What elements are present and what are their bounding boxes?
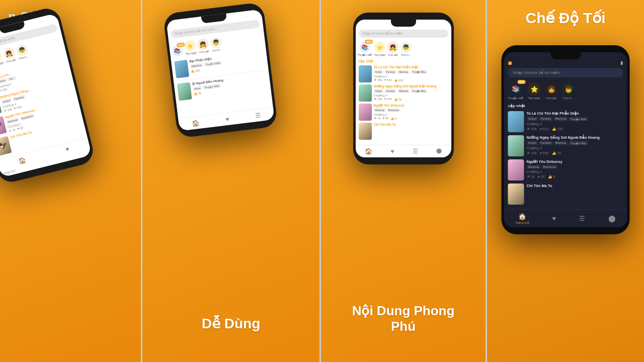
stats: 👁 1k ♥ 50 👍 8	[374, 117, 448, 120]
tag: Fantasy	[384, 89, 396, 93]
home-icon[interactable]: 🏠	[18, 156, 27, 164]
dark-hearts: ♥ 555	[540, 151, 549, 155]
tab-new[interactable]: 📚 NEW	[171, 45, 184, 57]
menu-icon[interactable]: ☰	[413, 148, 418, 155]
tab-girl[interactable]: 👧 Con gái	[3, 47, 17, 63]
dark-tag: Manhua	[554, 117, 568, 121]
dark-hearts: ♥ 50	[538, 175, 545, 179]
tabs-row: 📚 NEW Truyện mới ⭐ Top ngày 👧 Con gái	[356, 40, 451, 58]
phone-mockup-2: Nhập từ khóa để tìm kiếm 📚 NEW ⭐ Top ngà…	[163, 2, 278, 139]
dark-manga-title-4: Chí Tôn Ma Tu	[527, 184, 623, 188]
dark-tabs-row: 📚 NEW Truyện mới ⭐ Top ngày 👧 Con gái	[504, 79, 627, 102]
manga-title: Chí Tôn Ma Tu	[374, 123, 448, 126]
dark-home-nav[interactable]: 🏠 Trang chủ	[515, 213, 529, 224]
phone-notch-dark	[550, 52, 581, 59]
phone-mockup-4: 📶 🔋 Nhập từ khóa để tìm kiếm 📚 NEW Truyệ…	[502, 45, 630, 234]
dark-views: 👁 16k	[527, 151, 537, 155]
favorites-icon[interactable]: ♥	[225, 116, 230, 123]
tab-label: Con tr...	[19, 55, 29, 60]
dark-tab-label: Con tr...	[563, 97, 574, 100]
tag: Manhua	[397, 89, 410, 93]
profile-icon[interactable]: ⬤	[436, 148, 442, 155]
dark-manga-thumb	[508, 111, 524, 132]
manga-thumb	[174, 60, 189, 78]
home-icon[interactable]: 🏠	[365, 148, 372, 155]
dark-tag: Truyện Màu	[569, 141, 588, 145]
dark-tags-row: Action Fantasy Manhua Truyện Màu	[527, 117, 623, 121]
dark-chapter-2: Chương 4	[527, 146, 623, 150]
dark-tag: Manhua	[527, 165, 541, 169]
tab-top[interactable]: ⭐ Top ngày	[374, 42, 385, 56]
phone-screen-dark: 📶 🔋 Nhập từ khóa để tìm kiếm 📚 NEW Truyệ…	[504, 52, 627, 227]
tab-top[interactable]: ⭐ Top ngày	[184, 40, 197, 56]
hearts: ♥ 555	[384, 98, 392, 101]
dark-manga-title: Ta Là Chí Tôn Đại Phản Diện	[527, 111, 623, 116]
new-badge: NEW	[177, 42, 185, 47]
dark-tab-new[interactable]: 📚 NEW Truyện mới	[508, 82, 524, 100]
dark-hearts: ♥ 812	[540, 127, 549, 131]
battery-icon: 🔋	[620, 61, 623, 65]
tab-kid[interactable]: 👦 Con tr...	[210, 36, 222, 52]
dark-tag: Truyện Màu	[569, 117, 588, 121]
tag: Truyện Màu	[411, 70, 427, 74]
thumbs: 👍 8	[390, 117, 396, 120]
tag: Manhua	[397, 70, 410, 74]
panel-simple: n Giản Nhập từ khóa để tìm kiếm 📚 NEW Tr…	[0, 0, 141, 362]
dark-search-bar[interactable]: Nhập từ khóa để tìm kiếm	[508, 68, 623, 77]
dark-tags-row-2: Action Fantasy Manhua Truyện Màu	[527, 141, 623, 145]
tags-row: Action Fantasy Manhua Truyện Màu	[374, 89, 448, 93]
manga-title: Ta Là Chí Tôn Đại Phản Diện	[374, 65, 448, 69]
likes-stat: ♥ 555	[14, 105, 22, 110]
dark-tab-top[interactable]: ⭐ Top ngày	[528, 82, 541, 100]
hearts: ♥ 812	[384, 78, 392, 82]
tab-new[interactable]: 📚 NEW Truyện mới	[358, 42, 372, 56]
chapter: Chương 4	[374, 94, 448, 97]
manga-item[interactable]: Ta Là Chí Tôn Đại Phản Diện Action Fanta…	[356, 64, 451, 83]
hearts: ♥ 50	[383, 117, 389, 120]
dark-manga-item-4[interactable]: Chí Tôn Ma Tu	[504, 182, 627, 206]
manga-item[interactable]: Người Yêu Debussy Manhua Romance Chương …	[356, 103, 451, 122]
tab-girl[interactable]: 👧 Con gái	[387, 42, 398, 56]
dark-manga-item[interactable]: Ta Là Chí Tôn Đại Phản Diện Action Fanta…	[504, 110, 627, 134]
dark-manga-thumb	[508, 159, 524, 180]
tab-label: Con tr...	[401, 53, 411, 56]
phone-mockup-1: Nhập từ khóa để tìm kiếm 📚 NEW Truyện mớ…	[0, 6, 96, 185]
dark-stats-3: 👁 1k ♥ 50 👍 8	[527, 175, 623, 179]
tab-label: Con gái	[388, 53, 398, 56]
thumbs: 👍 105	[394, 78, 404, 82]
tab-girl[interactable]: 👧 Con gái	[197, 38, 210, 54]
wifi-icon: 📶	[508, 61, 512, 65]
phone-screen-3: Nhập từ khóa để tìm kiếm 📚 NEW Truyện mớ…	[356, 20, 451, 157]
dark-tab-kid[interactable]: 👦 Con tr...	[562, 82, 575, 100]
panel-dark-mode: Chế Độ Tối 📶 🔋 Nhập từ khóa để tìm kiếm …	[486, 0, 644, 362]
dark-home-icon: 🏠	[518, 213, 526, 220]
tab-label: Con tr...	[212, 48, 222, 52]
dark-manga-item-2[interactable]: Những Ngày Sống Sót Ngoài Đảo Hoang Acti…	[504, 134, 627, 158]
stats: 👁 16k ♥ 555 👍 76	[374, 98, 448, 101]
tag: nhua	[193, 86, 202, 91]
like-count: 👍 105	[190, 68, 200, 73]
manga-item[interactable]: Chí Tôn Ma Tu	[356, 122, 451, 141]
home-icon[interactable]: 🏠	[192, 119, 200, 127]
chapter: Chương 4	[374, 74, 448, 78]
tab-kid[interactable]: 👦 Con tr...	[15, 43, 29, 60]
favorites-icon[interactable]: ♥	[65, 145, 70, 153]
dark-tab-label: Top ngày	[528, 97, 540, 100]
tab-kid[interactable]: 👦 Con tr...	[400, 42, 412, 56]
dark-favorites-icon[interactable]: ♥	[552, 215, 556, 222]
manga-item[interactable]: Những Ngày Sống Sót Ngoài Đảo Hoang Acti…	[356, 83, 451, 103]
dark-manga-item-3[interactable]: Người Yêu Debussy Manhua Romance Chương …	[504, 158, 627, 182]
manga-title: Người Yêu Debussy	[374, 104, 448, 108]
dark-profile-icon[interactable]: ⬤	[608, 215, 616, 222]
panel-easy: Nhập từ khóa để tìm kiếm 📚 NEW ⭐ Top ngà…	[141, 0, 319, 362]
menu-icon[interactable]: ☰	[255, 112, 262, 119]
search-bar[interactable]: Nhập từ khóa để tìm kiếm	[359, 30, 448, 38]
views: 👁 16k	[374, 98, 382, 101]
dark-menu-icon[interactable]: ☰	[579, 215, 585, 222]
dark-tag: Romance	[541, 165, 557, 169]
favorites-icon[interactable]: ♥	[390, 148, 394, 155]
dark-tab-girl[interactable]: 👧 Con gái	[545, 82, 558, 100]
new-badge-dark: NEW	[517, 80, 525, 84]
dark-chapter: Chương 4	[527, 122, 623, 126]
dark-tag: Action	[527, 117, 538, 121]
